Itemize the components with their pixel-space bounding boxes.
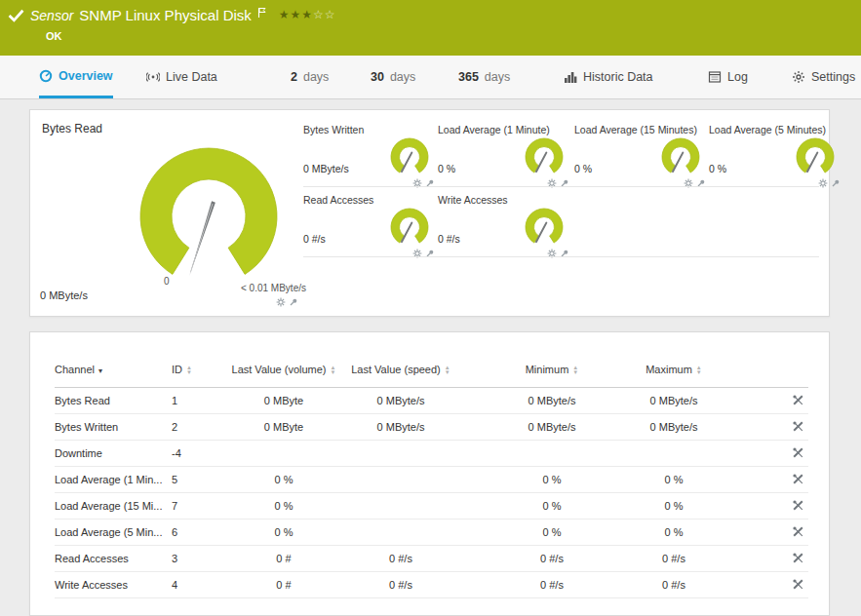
- tab-label: days: [485, 70, 510, 84]
- tab-label: Historic Data: [583, 70, 653, 84]
- cell-maximum: [640, 441, 708, 467]
- table-row: Write Accesses 4 0 # 0 #/s 0 #/s 0 #/s: [55, 572, 808, 598]
- gauge-pin-icon[interactable]: [696, 174, 706, 192]
- cell-maximum: 0 %: [640, 520, 708, 546]
- gauge-row-divider: [303, 186, 819, 187]
- cell-id: 4: [172, 572, 230, 598]
- gauge-needle: [807, 153, 817, 172]
- gauge-value: 0 #/s: [438, 233, 460, 245]
- tab-30-days[interactable]: 30 days: [371, 56, 415, 98]
- stars-filled: ★★★: [279, 8, 313, 21]
- settings-gear-icon: [792, 70, 805, 84]
- table-row: Bytes Read 1 0 MByte 0 MByte/s 0 MByte/s…: [55, 388, 808, 414]
- flag-icon[interactable]: [257, 7, 267, 19]
- main-gauge-dial: [126, 134, 292, 299]
- tab-overview[interactable]: Overview: [39, 56, 113, 98]
- gauge-label: Load Average (1 Minute): [438, 124, 550, 135]
- channels-table-panel: Channel▾ ID▲▼ Last Value (volume)▲▼ Last…: [29, 331, 830, 616]
- live-data-broadcast-icon: [146, 70, 160, 84]
- gauge-settings-gear-icon[interactable]: [547, 245, 557, 262]
- column-header-channel[interactable]: Channel▾: [55, 360, 172, 388]
- tab-historic-data[interactable]: Historic Data: [564, 56, 653, 98]
- gauge-needle: [402, 223, 411, 242]
- priority-star-rating[interactable]: ★★★☆☆: [279, 8, 336, 21]
- gauge-label: Write Accesses: [438, 194, 508, 206]
- cell-maximum: 0 #/s: [640, 572, 708, 598]
- channel-edit-icon[interactable]: [792, 423, 804, 435]
- gauge-value: 0 %: [438, 163, 455, 174]
- gauge-pin-icon[interactable]: [560, 174, 569, 192]
- gauges-panel: Bytes Read 0 MByte/s 0 < 0.01 MByte/s By…: [29, 109, 830, 317]
- gauge-settings-gear-icon[interactable]: [412, 245, 422, 262]
- cell-minimum: [464, 441, 640, 467]
- column-header-maximum[interactable]: Maximum▲▼: [640, 360, 708, 388]
- channel-edit-icon[interactable]: [792, 449, 804, 461]
- cell-maximum: 0 %: [640, 467, 708, 493]
- gauge-settings-gear-icon[interactable]: [818, 174, 828, 192]
- channel-edit-icon[interactable]: [792, 476, 804, 487]
- gauge-pin-icon[interactable]: [425, 174, 435, 192]
- channel-edit-icon[interactable]: [792, 581, 804, 593]
- cell-last-value-speed: [337, 493, 464, 520]
- cell-channel: Load Average (5 Min...: [55, 520, 172, 546]
- cell-maximum: 0 %: [640, 493, 708, 520]
- channel-edit-icon[interactable]: [792, 528, 804, 540]
- cell-last-value-volume: 0 MByte: [230, 414, 337, 441]
- cell-last-value-volume: 0 %: [230, 493, 337, 520]
- cell-last-value-speed: 0 #/s: [337, 572, 464, 598]
- gauge-settings-gear-icon[interactable]: [412, 174, 422, 192]
- cell-last-value-volume: 0 MByte: [230, 388, 337, 414]
- cell-last-value-speed: 0 MByte/s: [337, 414, 464, 441]
- gauge-settings-gear-icon[interactable]: [547, 174, 557, 192]
- prtg-sensor-page: { "header": { "kind_label": "Sensor", "t…: [0, 0, 861, 616]
- gauge-value: 0 #/s: [303, 233, 326, 245]
- sort-icons: ▲▼: [445, 366, 450, 375]
- gauge-value: 0 %: [574, 163, 592, 174]
- tab-live-data[interactable]: Live Data: [146, 56, 217, 98]
- tab-label: Log: [727, 70, 748, 84]
- column-header-id[interactable]: ID▲▼: [172, 360, 230, 388]
- cell-minimum: 0 #/s: [464, 572, 640, 598]
- cell-maximum: 0 MByte/s: [640, 414, 708, 441]
- main-gauge-scale-min: 0: [164, 276, 170, 287]
- table-row: Bytes Written 2 0 MByte 0 MByte/s 0 MByt…: [55, 414, 808, 441]
- tab-365-days[interactable]: 365 days: [458, 56, 510, 98]
- gauge-needle: [536, 153, 546, 172]
- cell-last-value-volume: 0 %: [230, 467, 337, 493]
- tab-2-days[interactable]: 2 days: [291, 56, 329, 98]
- tab-label: Live Data: [166, 70, 217, 84]
- gauge-needle: [402, 153, 411, 172]
- tab-label: Settings: [811, 70, 855, 84]
- gauge-pin-icon[interactable]: [560, 245, 569, 262]
- gauge-pin-icon[interactable]: [831, 174, 841, 192]
- gauge-settings-gear-icon[interactable]: [276, 293, 286, 311]
- channel-edit-icon[interactable]: [792, 397, 804, 408]
- gauge-load-average-1-minute: Load Average (1 Minute) 0 %: [438, 124, 572, 186]
- column-header-minimum[interactable]: Minimum▲▼: [464, 360, 640, 388]
- cell-channel: Downtime: [55, 441, 172, 467]
- tab-settings[interactable]: Settings: [792, 56, 855, 98]
- gauge-needle: [673, 153, 683, 172]
- column-header-edit: [708, 360, 808, 388]
- tab-log[interactable]: Log: [708, 56, 748, 98]
- log-window-icon: [708, 70, 722, 84]
- historic-data-chart-icon: [564, 70, 577, 84]
- cell-minimum: 0 MByte/s: [464, 414, 640, 441]
- status-badge: OK: [46, 30, 62, 42]
- channel-edit-icon[interactable]: [792, 555, 804, 566]
- table-row: Load Average (1 Min... 5 0 % 0 % 0 %: [55, 467, 808, 493]
- cell-channel: Write Accesses: [55, 572, 172, 598]
- column-label: Channel: [55, 364, 95, 375]
- gauge-pin-icon[interactable]: [289, 293, 298, 311]
- main-gauge-scale-max: < 0.01 MByte/s: [241, 283, 306, 293]
- column-header-last-value-volume[interactable]: Last Value (volume)▲▼: [230, 360, 337, 388]
- channel-edit-icon[interactable]: [792, 502, 804, 514]
- gauge-pin-icon[interactable]: [425, 245, 435, 262]
- cell-last-value-volume: [230, 441, 337, 467]
- main-gauge-label: Bytes Read: [42, 122, 102, 135]
- gauge-settings-gear-icon[interactable]: [684, 174, 693, 192]
- cell-maximum: 0 #/s: [640, 546, 708, 572]
- column-header-last-value-speed[interactable]: Last Value (speed)▲▼: [337, 360, 464, 388]
- cell-maximum: 0 MByte/s: [640, 388, 708, 414]
- channels-table: Channel▾ ID▲▼ Last Value (volume)▲▼ Last…: [55, 360, 808, 598]
